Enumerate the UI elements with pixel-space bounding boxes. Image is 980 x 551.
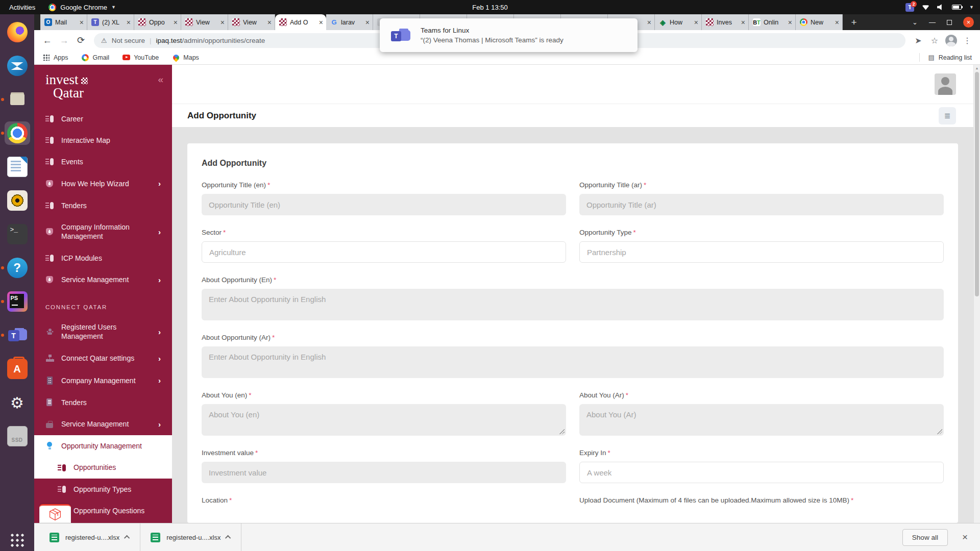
tab-close-icon[interactable]: ×: [127, 19, 131, 26]
tab[interactable]: View×: [181, 14, 228, 30]
input-investment-value[interactable]: Investment value: [202, 462, 566, 483]
chevron-up-icon[interactable]: [225, 535, 231, 541]
bookmark-gmail[interactable]: Gmail: [82, 54, 110, 61]
sidebar-item-icp-modules[interactable]: ICP Modules: [34, 247, 172, 269]
scroll-up-arrow[interactable]: ▲: [974, 65, 980, 71]
close-window-button[interactable]: ×: [963, 17, 974, 28]
page-scrollbar[interactable]: ▲: [973, 65, 980, 523]
textarea-about-you-ar-[interactable]: About You (Ar): [579, 404, 944, 436]
close-downloads-icon[interactable]: ×: [962, 532, 968, 543]
dock-item-terminal[interactable]: [5, 222, 30, 246]
clock[interactable]: Feb 1 13:50: [472, 4, 507, 11]
tab-close-icon[interactable]: ×: [788, 19, 792, 26]
textarea-about-you-en-[interactable]: About You (en): [202, 404, 566, 436]
dock-item-firefox[interactable]: [5, 20, 30, 44]
forward-button[interactable]: →: [56, 33, 72, 48]
list-view-button[interactable]: ≣: [939, 107, 956, 124]
tab[interactable]: ◈How×: [655, 14, 702, 30]
dock-item-teams[interactable]: [5, 323, 30, 347]
dock-item-ssd[interactable]: [5, 424, 30, 448]
tab-close-icon[interactable]: ×: [741, 19, 745, 26]
tab[interactable]: New×: [796, 14, 843, 30]
app-grid-button[interactable]: [11, 534, 24, 547]
tab[interactable]: View×: [228, 14, 275, 30]
maximize-button[interactable]: [947, 20, 952, 25]
sidebar-item-tenders[interactable]: Tenders: [34, 195, 172, 216]
tab-close-icon[interactable]: ×: [267, 19, 272, 26]
kebab-menu-icon[interactable]: ⋮: [960, 33, 975, 48]
sidebar-item-service-management[interactable]: Service Management›: [34, 413, 172, 436]
sidebar-item-tenders[interactable]: Tenders: [34, 392, 172, 413]
teams-tray-icon[interactable]: T 2: [905, 3, 914, 12]
dock-item-writer[interactable]: [5, 155, 30, 179]
sidebar-item-opportunity-management[interactable]: Opportunity Management: [34, 435, 172, 457]
minimize-button[interactable]: —: [929, 19, 936, 26]
input-opportunity-type[interactable]: Partnership: [579, 241, 944, 263]
tab[interactable]: Oppo×: [134, 14, 181, 30]
sidebar-item-career[interactable]: Career: [34, 108, 172, 130]
reading-list-button[interactable]: ▤ Reading list: [919, 53, 972, 62]
sidebar-item-service-management[interactable]: Service Management›: [34, 269, 172, 291]
sidebar-item-opportunities[interactable]: Opportunities: [34, 457, 172, 478]
dock-item-thunderbird[interactable]: [5, 54, 30, 78]
sidebar-item-company-information-management[interactable]: Company Information Management›: [34, 216, 172, 247]
sidebar-item-registered-users-management[interactable]: Registered Users Management›: [34, 316, 172, 347]
sidebar-item-connect-qatar-settings[interactable]: Connect Qatar settings›: [34, 347, 172, 370]
dock-item-files[interactable]: [5, 88, 30, 111]
input-opportunity-title-en-[interactable]: Opportunity Title (en): [202, 194, 566, 215]
tab[interactable]: Glarav×: [326, 14, 373, 30]
dock-item-software[interactable]: [5, 357, 30, 381]
tab-close-icon[interactable]: ×: [647, 19, 651, 26]
url-text[interactable]: ipaq.test/admin/opportunities/create: [156, 37, 265, 44]
textarea-about-opportunity-en-[interactable]: Enter About Opportunity in English: [202, 289, 944, 320]
dock-item-chrome[interactable]: [5, 121, 30, 145]
tab-close-icon[interactable]: ×: [365, 19, 370, 26]
download-item[interactable]: registered-u....xlsx: [39, 523, 140, 551]
bookmark-star-icon[interactable]: ☆: [927, 33, 942, 48]
chevron-up-icon[interactable]: [124, 535, 130, 541]
show-all-button[interactable]: Show all: [902, 529, 948, 546]
bookmark-maps[interactable]: Maps: [172, 54, 199, 61]
input-opportunity-title-ar-[interactable]: Opportunity Title (ar): [579, 194, 944, 215]
new-tab-button[interactable]: +: [847, 15, 861, 30]
input-sector[interactable]: Agriculture: [202, 241, 566, 263]
tab-close-icon[interactable]: ×: [835, 19, 839, 26]
sidebar-item-events[interactable]: Events: [34, 151, 172, 172]
invest-qatar-logo[interactable]: invest Qatar: [45, 73, 88, 100]
teams-notification-toast[interactable]: Teams for Linux “(2) Veena Thomas | Micr…: [380, 18, 638, 52]
bookmark-youtube[interactable]: YouTube: [122, 54, 159, 61]
sidebar-item-opportunity-types[interactable]: Opportunity Types: [34, 479, 172, 500]
sidebar-item-interactive-map[interactable]: Interactive Map: [34, 130, 172, 151]
input-expiry-in[interactable]: A week: [579, 462, 944, 483]
app-menu[interactable]: Google Chrome ▼: [48, 4, 116, 11]
bookmark-apps[interactable]: Apps: [42, 54, 68, 61]
tab-close-icon[interactable]: ×: [174, 19, 178, 26]
tab[interactable]: OMail×: [40, 14, 87, 30]
tab-close-icon[interactable]: ×: [694, 19, 698, 26]
system-tray[interactable]: T 2 ▼: [905, 3, 980, 12]
user-avatar[interactable]: [935, 73, 956, 95]
scrollbar-thumb[interactable]: [975, 72, 979, 296]
back-button[interactable]: ←: [39, 33, 55, 48]
download-item[interactable]: registered-u....xlsx: [140, 523, 241, 551]
tab[interactable]: BTOnlin×: [749, 14, 796, 30]
tab-close-icon[interactable]: ×: [319, 19, 323, 26]
tab-close-icon[interactable]: ×: [80, 19, 84, 26]
tab[interactable]: T(2) XL×: [87, 14, 134, 30]
window-chevron-icon[interactable]: ⌄: [912, 19, 918, 26]
dock-item-rhythmbox[interactable]: [5, 189, 30, 212]
sidebar-collapse-button[interactable]: «: [158, 74, 162, 100]
profile-avatar-icon[interactable]: [943, 33, 959, 48]
laravel-debugbar-toggle[interactable]: [39, 504, 71, 523]
sidebar-item-company-management[interactable]: Company Management›: [34, 369, 172, 392]
tab[interactable]: Inves×: [702, 14, 749, 30]
sidebar-item-how-we-help-wizard[interactable]: How We Help Wizard›: [34, 172, 172, 195]
dock-item-phpstorm[interactable]: [5, 290, 30, 313]
dock-item-help[interactable]: [5, 256, 30, 280]
dock-item-settings[interactable]: [5, 391, 30, 414]
activities-button[interactable]: Activities: [9, 4, 35, 11]
share-icon[interactable]: ➤: [911, 33, 926, 48]
textarea-about-opportunity-ar-[interactable]: Enter About Opportunity in English: [202, 346, 944, 378]
tab-active[interactable]: Add O×: [275, 14, 326, 30]
reload-button[interactable]: ⟳: [73, 33, 89, 48]
